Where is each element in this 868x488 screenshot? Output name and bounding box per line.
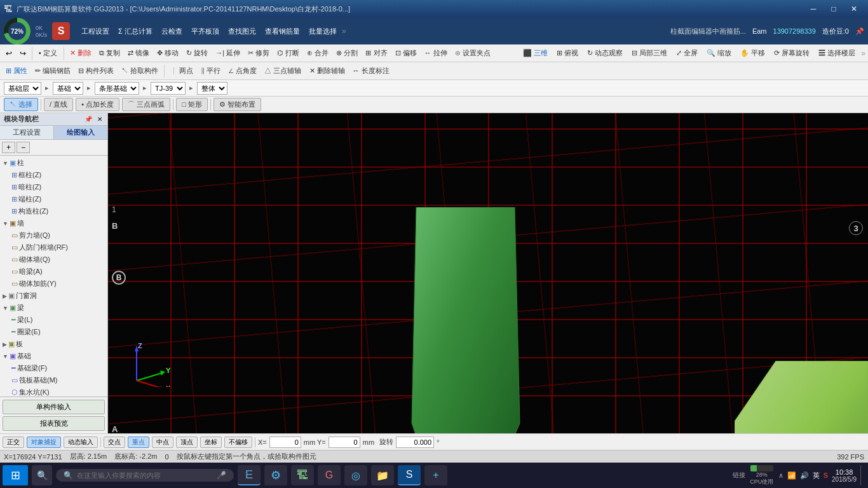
select-tool[interactable]: ↖ 选择 — [4, 98, 38, 111]
align-button[interactable]: ⊞ 对齐 — [362, 47, 390, 59]
local-3d-button[interactable]: ⊟ 局部三维 — [628, 47, 670, 59]
delete-aux-button[interactable]: ✕ 删除辅轴 — [306, 65, 348, 77]
pick-component-button[interactable]: ↖ 拾取构件 — [118, 65, 161, 77]
point-length-tool[interactable]: • 点加长度 — [76, 98, 119, 111]
taskbar-icon-search[interactable]: 🔍 — [32, 465, 52, 485]
nav-item-civil-wall[interactable]: ▭ 人防门框墙(RF) — [10, 241, 106, 254]
taskbar-icon-app5[interactable]: ◎ — [344, 465, 367, 485]
layer-select[interactable]: 基础层 — [4, 82, 41, 95]
menu-align-top[interactable]: 平齐板顶 — [187, 25, 223, 37]
start-button[interactable]: ⊞ — [3, 465, 28, 485]
canvas-area[interactable]: B A 3 1 A1 — [108, 113, 868, 433]
dynamic-input-button[interactable]: 动态输入 — [64, 437, 98, 448]
point-angle-button[interactable]: ∠ 点角度 — [225, 65, 260, 77]
endpoint-button[interactable]: 重点 — [128, 437, 149, 448]
delete-button[interactable]: ✕ 删除 — [67, 47, 95, 59]
select-floor-button[interactable]: ☰ 选择楼层 — [815, 47, 858, 59]
eng-setting-tab[interactable]: 工程设置 — [0, 126, 54, 139]
tray-icon-arrow[interactable]: ∧ — [778, 471, 783, 480]
close-button[interactable]: ✕ — [844, 2, 864, 16]
extend-button[interactable]: →| 延伸 — [212, 47, 243, 59]
taskbar-search-input[interactable] — [77, 471, 213, 479]
single-input-button[interactable]: 单构件输入 — [3, 400, 105, 414]
menu-cloud-check[interactable]: 云检查 — [158, 25, 186, 37]
taskbar-icon-app6[interactable]: 📁 — [371, 465, 394, 485]
two-point-button[interactable]: ┊ 两点 — [167, 65, 196, 77]
shape-select[interactable]: 条形基础 — [95, 82, 139, 95]
show-desktop-button[interactable] — [860, 465, 865, 485]
code-select[interactable]: TJ-39 — [151, 82, 186, 95]
panel-pin-button[interactable]: 📌 — [83, 116, 93, 123]
menu-calc[interactable]: Σ 汇总计算 — [114, 25, 156, 37]
taskbar-icon-edge[interactable]: E — [238, 465, 261, 485]
scope-select[interactable]: 整体 — [197, 82, 227, 95]
merge-button[interactable]: ⊕ 合并 — [304, 47, 332, 59]
nav-item-raft-found[interactable]: ▭ 筏板基础(M) — [10, 374, 106, 386]
rect-tool[interactable]: □ 矩形 — [176, 98, 208, 111]
nav-section-door[interactable]: ▶ ▣ 门窗洞 — [1, 290, 106, 302]
nav-section-pillar[interactable]: ▼ ▣ 柱 — [1, 157, 106, 169]
nav-item-dark-beam[interactable]: ▭ 暗梁(A) — [10, 266, 106, 278]
menu-find-element[interactable]: 查找图元 — [224, 25, 260, 37]
zoom-button[interactable]: 🔍 缩放 — [703, 47, 735, 59]
smart-layout-tool[interactable]: ⚙ 智能布置 — [214, 98, 261, 111]
menu-batch-select[interactable]: 批量选择 — [305, 25, 341, 37]
add-nav-button[interactable]: + — [2, 142, 15, 153]
menu-view-rebar[interactable]: 查看钢筋量 — [261, 25, 304, 37]
move-button[interactable]: ✥ 移动 — [154, 47, 182, 59]
remove-nav-button[interactable]: − — [17, 142, 30, 153]
system-clock[interactable]: 10:38 2018/5/9 — [832, 468, 857, 483]
copy-button[interactable]: ⧉ 复制 — [96, 47, 123, 59]
break-button[interactable]: ⌬ 打断 — [274, 47, 302, 59]
minimize-button[interactable]: ─ — [803, 2, 824, 16]
nav-item-end-pillar[interactable]: ⊞ 端柱(Z) — [10, 193, 106, 205]
taskbar-icon-app3[interactable]: 🏗 — [291, 465, 314, 485]
nav-item-brick-rebar[interactable]: ▭ 砌体加筋(Y) — [10, 278, 106, 290]
midpoint-button[interactable]: 中点 — [152, 437, 173, 448]
screen-rotate-button[interactable]: ⟳ 屏幕旋转 — [771, 47, 813, 59]
length-dim-button[interactable]: ↔ 长度标注 — [349, 65, 393, 77]
y-input[interactable] — [329, 437, 360, 448]
tray-lang[interactable]: 英 — [813, 471, 820, 480]
line-tool[interactable]: / 直线 — [44, 98, 73, 111]
intersection-button[interactable]: 交点 — [104, 437, 125, 448]
taskbar-icon-app7[interactable]: S — [398, 465, 421, 485]
nav-item-frame-pillar[interactable]: ⊞ 框柱(Z) — [10, 169, 106, 181]
grip-button[interactable]: ⊙ 设置夹点 — [452, 47, 494, 59]
undo-button[interactable]: ↩ — [3, 48, 15, 59]
snap-button[interactable]: 对象捕捉 — [27, 437, 61, 448]
nooffset-button[interactable]: 不偏移 — [224, 437, 252, 448]
vertex-button[interactable]: 顶点 — [176, 437, 198, 448]
rotate-input[interactable] — [396, 437, 434, 448]
nav-item-sump[interactable]: ⬡ 集水坑(K) — [10, 386, 106, 396]
taskbar-icon-app2[interactable]: ⚙ — [264, 465, 287, 485]
pan-button[interactable]: ✋ 平移 — [737, 47, 768, 59]
3d-view-button[interactable]: ⬛ 三维 — [520, 47, 551, 59]
rotate-button[interactable]: ↻ 旋转 — [183, 47, 211, 59]
nav-section-beam[interactable]: ▼ ▣ 梁 — [1, 302, 106, 314]
edit-rebar-button[interactable]: ✏ 编辑钢筋 — [32, 65, 74, 77]
nav-section-slab[interactable]: ▶ ▣ 板 — [1, 338, 106, 350]
nav-item-struct-pillar[interactable]: ⊞ 构造柱(Z) — [10, 205, 106, 217]
ortho-button[interactable]: 正交 — [3, 437, 24, 448]
taskbar-search-bar[interactable]: 🔍 🎤 — [56, 469, 234, 482]
component-list-button[interactable]: ⊟ 构件列表 — [75, 65, 117, 77]
offset-button[interactable]: ⊡ 偏移 — [392, 47, 420, 59]
define-button[interactable]: ▪ 定义 — [35, 47, 61, 59]
nav-item-found-beam[interactable]: ━ 基础梁(F) — [10, 362, 106, 374]
report-preview-button[interactable]: 报表预览 — [3, 416, 105, 431]
redo-button[interactable]: ↪ — [17, 48, 29, 59]
x-input[interactable] — [269, 437, 301, 448]
parallel-button[interactable]: ∥ 平行 — [198, 65, 224, 77]
nav-section-found[interactable]: ▼ ▣ 基础 — [1, 350, 106, 362]
tray-ime[interactable]: S — [824, 471, 828, 479]
top-view-button[interactable]: ⊞ 俯视 — [553, 47, 581, 59]
property-button[interactable]: ⊞ 属性 — [3, 65, 31, 77]
nav-section-wall[interactable]: ▼ ▣ 墙 — [1, 217, 106, 229]
menu-engineering[interactable]: 工程设置 — [78, 25, 113, 37]
nav-item-brick-wall[interactable]: ▭ 砌体墙(Q) — [10, 254, 106, 266]
fullscreen-button[interactable]: ⤢ 全屏 — [673, 47, 701, 59]
mirror-button[interactable]: ⇄ 镜像 — [125, 47, 153, 59]
maximize-button[interactable]: □ — [824, 2, 844, 16]
arc-tool[interactable]: ⌒ 三点画弧 — [122, 98, 170, 111]
